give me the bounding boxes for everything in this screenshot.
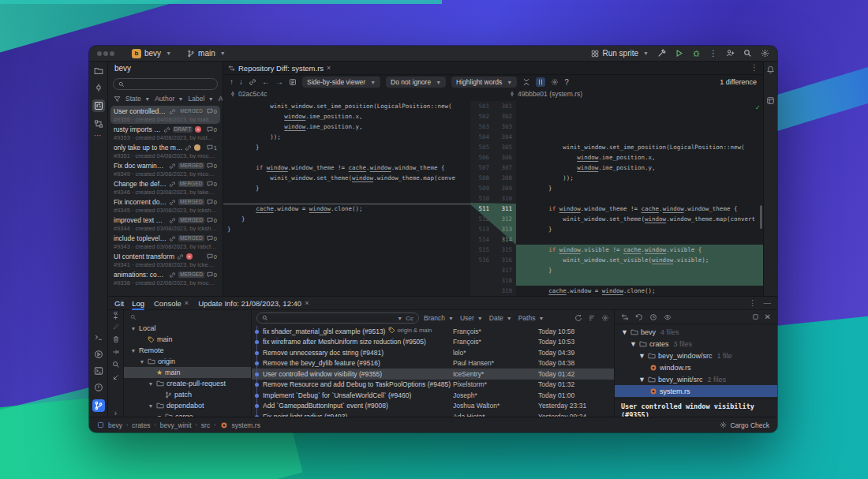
- commit-row[interactable]: Fix point light radius (#9493)Ada Hieta*…: [252, 411, 614, 417]
- commit-filter-user[interactable]: User▼: [460, 314, 483, 322]
- chevron-icon[interactable]: ▼: [130, 348, 137, 354]
- breadcrumb-item[interactable]: src: [201, 421, 210, 429]
- pull-requests-tool-icon[interactable]: [92, 99, 105, 112]
- project-widget[interactable]: b bevy ▼: [132, 49, 171, 58]
- pr-list-item[interactable]: User controlled …MERGED0#9355 · created …: [110, 106, 220, 124]
- commit-row[interactable]: Add `GamepadButtonInput` event (#9008)Jo…: [252, 401, 614, 412]
- highlight-mode-select[interactable]: Highlight words▼: [451, 77, 517, 88]
- commit-row[interactable]: fix shader_material_glsl example (#9513)…: [252, 326, 614, 337]
- run-configuration[interactable]: Run sprite ▼: [591, 49, 649, 58]
- match-case-toggle[interactable]: Cc: [406, 315, 413, 322]
- breadcrumb-item[interactable]: system.rs: [232, 421, 260, 429]
- file-row[interactable]: system.rs: [615, 385, 777, 397]
- preview-eye-icon[interactable]: [664, 313, 672, 321]
- chevron-icon[interactable]: ▼: [139, 359, 145, 365]
- git-tab-console[interactable]: Console×: [154, 297, 189, 310]
- commit-row[interactable]: Remove Resource and add Debug to TaskPoo…: [252, 380, 614, 391]
- file-row[interactable]: window.rs: [615, 361, 777, 373]
- intellisort-icon[interactable]: [588, 314, 596, 322]
- commit-row[interactable]: User controlled window visibility (#9355…: [252, 369, 614, 380]
- pr-search-input[interactable]: [113, 78, 218, 90]
- changed-files-list-icon[interactable]: [289, 78, 297, 86]
- filter-assignee[interactable]: A: [219, 95, 223, 103]
- close-icon[interactable]: ×: [305, 299, 309, 307]
- debug-button[interactable]: [692, 49, 701, 58]
- cherry-pick-icon[interactable]: [112, 348, 120, 356]
- branch-widget[interactable]: main ▼: [187, 49, 226, 58]
- breadcrumb-item[interactable]: crates: [132, 421, 150, 429]
- close-icon[interactable]: ×: [185, 299, 189, 307]
- chevron-icon[interactable]: ▼: [630, 340, 637, 348]
- branch-search[interactable]: [124, 312, 251, 323]
- branch-row[interactable]: main: [124, 334, 251, 345]
- pr-list-item[interactable]: improved text w…MERGED0#9344 · created 0…: [110, 215, 220, 233]
- pr-list-item[interactable]: animations: con…MERGED0#9338 · created 0…: [110, 269, 220, 287]
- rollback-icon[interactable]: [635, 313, 643, 321]
- jump-to-source-icon[interactable]: [249, 78, 256, 86]
- breadcrumb-item[interactable]: bevy_winit: [160, 421, 192, 429]
- pr-list-item[interactable]: rusty imports …DRAFT×0#9353 · created 04…: [110, 124, 220, 142]
- git-tool-icon[interactable]: [92, 399, 105, 412]
- branch-row[interactable]: ▼cargo: [124, 411, 251, 417]
- log-settings-gear-icon[interactable]: [601, 314, 609, 322]
- window-controls[interactable]: [97, 49, 116, 58]
- file-row[interactable]: ▼bevy_window/src1 file: [615, 350, 777, 361]
- expand-all-icon[interactable]: [752, 313, 759, 320]
- filter-author[interactable]: Author ▼: [155, 95, 183, 103]
- refresh-icon[interactable]: [574, 314, 582, 322]
- git-tab-update-info[interactable]: Update Info: 21/08/2023, 12:40×: [198, 297, 309, 310]
- branch-row[interactable]: ▼Local: [124, 323, 251, 334]
- find-icon[interactable]: [112, 361, 120, 369]
- branch-row[interactable]: ▼dependabot: [124, 400, 251, 411]
- terminal-tool-icon[interactable]: [94, 333, 103, 342]
- commit-search-input[interactable]: ▼Cc: [256, 312, 419, 324]
- search-everywhere-icon[interactable]: [743, 49, 752, 58]
- branch-row[interactable]: ▼create-pull-request: [124, 378, 251, 389]
- problems-tool-icon[interactable]: [94, 383, 103, 392]
- collapse-all-icon[interactable]: ✕: [765, 313, 771, 320]
- tab-repository-diff[interactable]: Repository Diff: system.rs ×: [228, 64, 331, 73]
- collapse-unchanged-icon[interactable]: [522, 78, 530, 86]
- chevron-icon[interactable]: ▼: [130, 326, 137, 331]
- commit-tool-icon[interactable]: [94, 83, 103, 92]
- build-hammer-icon[interactable]: [657, 49, 666, 58]
- filter-label[interactable]: Label ▼: [189, 95, 214, 103]
- pr-list-item[interactable]: only take up to the m…1#9351 · created 0…: [110, 142, 220, 160]
- history-clock-icon[interactable]: [649, 313, 657, 321]
- branch-row[interactable]: patch: [124, 389, 251, 400]
- chevron-icon[interactable]: ▼: [148, 381, 154, 387]
- commit-row[interactable]: Remove the bevy_dylib feature (#9516)Pau…: [252, 358, 614, 369]
- services-tool-icon[interactable]: [94, 350, 103, 359]
- close-icon[interactable]: ×: [327, 64, 331, 72]
- vertical-scrollbar[interactable]: [760, 205, 762, 229]
- show-diff-icon[interactable]: [621, 313, 629, 321]
- navigate-icon[interactable]: [112, 373, 120, 381]
- settings-gear-icon[interactable]: [761, 49, 769, 58]
- commit-row[interactable]: Implement `Debug` for `UnsafeWorldCell` …: [252, 390, 614, 401]
- branch-row[interactable]: ★main: [124, 367, 251, 378]
- commit-row[interactable]: Remove unnecessary doc string (#9481)lel…: [252, 347, 614, 358]
- branch-row[interactable]: ▼Remote: [124, 345, 251, 356]
- edit-icon[interactable]: [112, 323, 120, 331]
- breadcrumb-item[interactable]: bevy: [108, 421, 122, 429]
- delete-trash-icon[interactable]: [112, 335, 120, 343]
- commit-row[interactable]: fix wireframe after MeshUniform size red…: [252, 337, 614, 348]
- notifications-bell-icon[interactable]: [766, 65, 775, 74]
- filter-state[interactable]: State ▼: [125, 95, 150, 103]
- structure-tool-icon[interactable]: [94, 119, 103, 129]
- run-button[interactable]: [675, 49, 683, 58]
- help-icon[interactable]: ?: [564, 78, 569, 87]
- commit-filter-branch[interactable]: Branch▼: [424, 314, 454, 322]
- file-row[interactable]: ▼bevy4 files: [615, 326, 777, 338]
- chevron-icon[interactable]: ▼: [156, 414, 163, 417]
- whitespace-select[interactable]: Do not ignore▼: [386, 77, 446, 88]
- cargo-check-label[interactable]: Cargo Check: [730, 421, 769, 429]
- run-tool-icon[interactable]: [94, 366, 103, 376]
- file-row[interactable]: ▼crates3 files: [615, 338, 777, 350]
- diff-settings-gear-icon[interactable]: [551, 78, 559, 86]
- pr-list-item[interactable]: Fix incorrent do…MERGED0#9345 · created …: [110, 196, 220, 215]
- project-tool-icon[interactable]: [94, 66, 103, 76]
- commit-filter-date[interactable]: Date▼: [489, 314, 512, 322]
- pr-list-item[interactable]: include toplevel…MERGED0#9343 · created …: [110, 233, 220, 251]
- diff-right-pane[interactable]: ✓ winit_window.set_ime_position(LogicalP…: [516, 101, 763, 296]
